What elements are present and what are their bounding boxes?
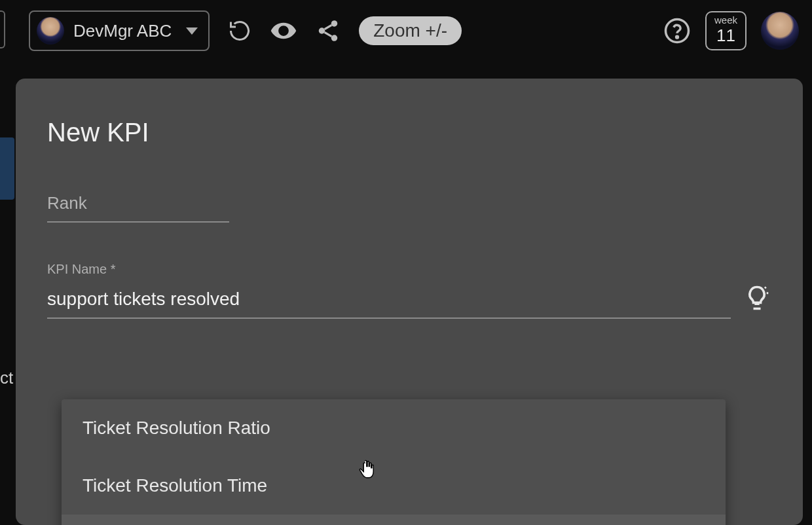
zoom-label: Zoom +/- [373, 20, 447, 41]
svg-point-5 [676, 36, 678, 38]
rank-input[interactable]: Rank [47, 193, 229, 223]
week-label: week [714, 15, 737, 26]
share-icon[interactable] [316, 18, 341, 43]
new-kpi-modal: New KPI Rank KPI Name * Ticket Resolutio… [16, 79, 803, 525]
visibility-icon[interactable] [270, 17, 297, 45]
svg-point-2 [319, 27, 325, 34]
side-text-fragment: ct [0, 368, 13, 388]
suggestion-item[interactable]: Ticket Resolution Time [62, 457, 726, 515]
avatar-icon [37, 17, 64, 45]
modal-title: New KPI [47, 118, 771, 147]
help-icon[interactable] [663, 17, 691, 45]
week-badge[interactable]: week 11 [705, 11, 747, 50]
svg-point-0 [281, 28, 286, 33]
kpi-name-input[interactable] [47, 289, 731, 317]
kpi-name-label: KPI Name * [47, 262, 771, 277]
svg-point-3 [331, 35, 338, 41]
user-selector[interactable]: DevMgr ABC [29, 10, 210, 51]
topbar: DevMgr ABC Zoom +/- [0, 0, 812, 62]
profile-avatar[interactable] [761, 12, 799, 50]
side-tab[interactable] [0, 137, 14, 200]
week-number: 11 [714, 26, 737, 45]
suggestion-item[interactable]: Customer Satisfaction Rating with Suppor… [62, 515, 726, 525]
suggestion-item[interactable]: Ticket Resolution Ratio [62, 399, 726, 457]
rank-placeholder: Rank [47, 193, 87, 213]
refresh-icon[interactable] [228, 19, 251, 43]
svg-point-1 [331, 20, 338, 27]
left-edge-partial [0, 10, 5, 48]
kpi-suggestions-dropdown: Ticket Resolution Ratio Ticket Resolutio… [62, 399, 726, 525]
suggestion-lightbulb-icon[interactable] [743, 283, 771, 315]
user-selector-label: DevMgr ABC [73, 21, 172, 41]
chevron-down-icon [186, 27, 198, 35]
zoom-chip[interactable]: Zoom +/- [359, 16, 462, 45]
